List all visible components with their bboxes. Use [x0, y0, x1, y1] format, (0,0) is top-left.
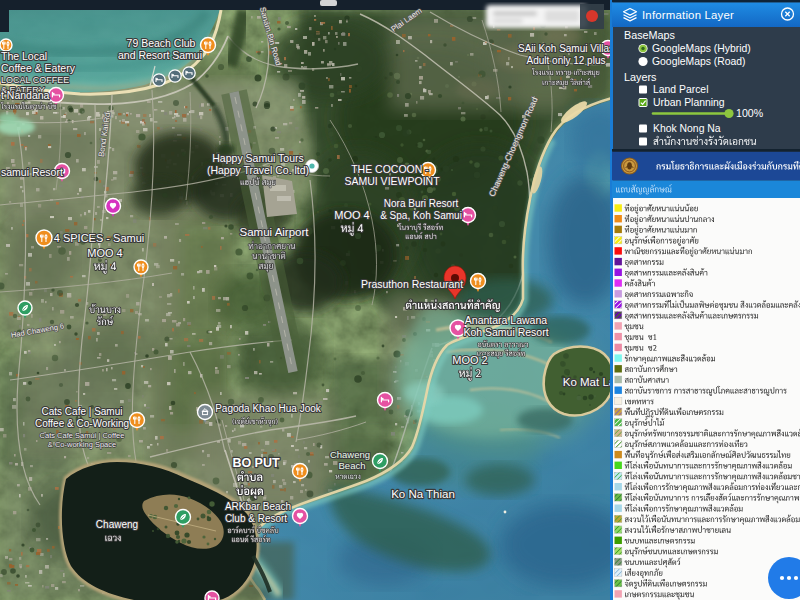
svg-text:Koh Samui Resort: Koh Samui Resort: [463, 326, 548, 338]
svg-text:Prasuthon Restaurant: Prasuthon Restaurant: [361, 278, 463, 290]
svg-text:79 Beach Club: 79 Beach Club: [127, 37, 196, 49]
svg-text:Cats Cafe | Samui: Cats Cafe | Samui: [42, 406, 123, 417]
svg-text:Layers: Layers: [624, 71, 657, 83]
svg-text:4 SPICES - Samui: 4 SPICES - Samui: [54, 232, 144, 244]
svg-text:(Happy Travel Co. ltd): (Happy Travel Co. ltd): [207, 164, 309, 176]
svg-text:Pagoda Khao Hua Jook: Pagoda Khao Hua Jook: [215, 403, 322, 414]
svg-text:SAMUI VIEWPOINT: SAMUI VIEWPOINT: [344, 175, 440, 187]
svg-text:GoogleMaps (Hybrid): GoogleMaps (Hybrid): [652, 43, 751, 54]
svg-text:Coffee & Co-Working: Coffee & Co-Working: [35, 418, 129, 429]
svg-text:MOO 2: MOO 2: [452, 354, 487, 366]
svg-text:Adult only 12 plus: Adult only 12 plus: [527, 55, 606, 66]
svg-text:Samui Airport: Samui Airport: [239, 226, 309, 238]
svg-text:t Nandana: t Nandana: [1, 89, 50, 101]
svg-text:MOO 4: MOO 4: [334, 209, 369, 221]
svg-text:Land Parcel: Land Parcel: [653, 84, 708, 95]
svg-text:Khok Nong Na: Khok Nong Na: [653, 123, 721, 134]
svg-text:ARKbar Beach: ARKbar Beach: [225, 501, 291, 512]
svg-text:Nora Buri Resort: Nora Buri Resort: [384, 198, 459, 209]
svg-text:Urban Planning: Urban Planning: [653, 97, 725, 108]
svg-text:& Spa, Koh Samui: & Spa, Koh Samui: [380, 210, 462, 221]
svg-text:Anantara Lawana: Anantara Lawana: [465, 314, 547, 326]
svg-text:100%: 100%: [736, 107, 764, 119]
svg-text:Happy Samui Tours: Happy Samui Tours: [212, 152, 303, 164]
svg-text:LOCAL COFFEE: LOCAL COFFEE: [1, 75, 69, 85]
svg-text:BO PUT: BO PUT: [232, 456, 280, 470]
svg-text:Information Layer: Information Layer: [642, 9, 734, 21]
svg-text:and Resort Samui: and Resort Samui: [118, 49, 202, 61]
svg-text:Coffee & Eatery: Coffee & Eatery: [1, 62, 76, 74]
svg-text:Cats Cafe Samui | Coffee: Cats Cafe Samui | Coffee: [40, 431, 125, 440]
svg-text:Ko Na Thian: Ko Na Thian: [391, 488, 455, 500]
svg-text:GoogleMaps (Road): GoogleMaps (Road): [652, 56, 746, 67]
svg-text:& Co-working Space: & Co-working Space: [48, 440, 116, 449]
svg-text:Chaweng: Chaweng: [96, 519, 138, 530]
svg-text:Beach: Beach: [339, 460, 366, 471]
svg-text:THE COCOON -: THE COCOON -: [351, 163, 429, 175]
svg-text:The Local: The Local: [1, 50, 47, 62]
svg-text:SAii Koh Samui Villas: SAii Koh Samui Villas: [518, 43, 614, 54]
svg-text:Club & Resort: Club & Resort: [225, 513, 287, 524]
svg-text:MOO 4: MOO 4: [87, 247, 122, 259]
svg-text:BaseMaps: BaseMaps: [624, 29, 676, 41]
svg-text:samui Resort: samui Resort: [1, 166, 63, 178]
svg-text:Ko Mat La: Ko Mat La: [563, 376, 616, 388]
svg-text:Chaweng: Chaweng: [330, 449, 370, 460]
